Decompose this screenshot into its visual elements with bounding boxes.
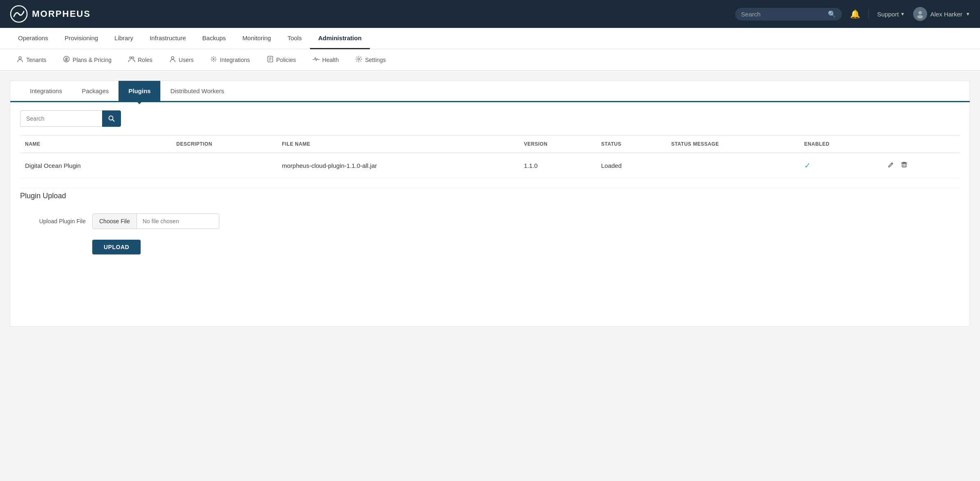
cell-description	[171, 153, 277, 178]
search-button-icon	[108, 115, 115, 122]
integrations-icon	[210, 55, 217, 64]
svg-line-13	[212, 57, 213, 58]
tenants-icon	[16, 55, 24, 64]
plugins-table: NAME DESCRIPTION FILE NAME VERSION STATU…	[20, 135, 960, 178]
enabled-check-icon: ✓	[804, 161, 811, 170]
subnav-item-integrations[interactable]: Integrations	[203, 50, 256, 70]
col-header-status-message: STATUS MESSAGE	[666, 135, 799, 153]
nav-item-tools[interactable]: Tools	[279, 28, 310, 49]
subnav-item-settings[interactable]: Settings	[349, 50, 392, 70]
cell-status-message	[666, 153, 799, 178]
support-button[interactable]: Support ▼	[877, 11, 905, 18]
top-nav: MORPHEUS 🔍 🔔 Support ▼ Alex Harker ▼	[0, 0, 980, 28]
plugins-search-area	[10, 102, 970, 135]
svg-point-5	[130, 57, 132, 59]
subnav-item-roles[interactable]: Roles	[121, 50, 159, 70]
cell-name: Digital Ocean Plugin	[20, 153, 171, 178]
plugins-search-button[interactable]	[102, 110, 121, 127]
brand-name: MORPHEUS	[32, 9, 91, 19]
nav-item-library[interactable]: Library	[106, 28, 141, 49]
search-icon: 🔍	[828, 10, 836, 18]
nav-item-operations[interactable]: Operations	[10, 28, 56, 49]
col-header-version: VERSION	[519, 135, 596, 153]
users-icon	[169, 55, 176, 64]
delete-plugin-button[interactable]	[898, 160, 910, 171]
file-name-display: No file chosen	[137, 218, 219, 224]
col-header-actions	[880, 135, 960, 153]
nav-divider	[868, 9, 869, 19]
table-row: Digital Ocean Plugin morpheus-cloud-plug…	[20, 153, 960, 178]
plugins-search-input[interactable]	[20, 110, 102, 127]
policies-icon	[267, 55, 274, 64]
plugin-upload-section: Plugin Upload Upload Plugin File Choose …	[10, 178, 970, 264]
notifications-bell-icon[interactable]: 🔔	[850, 9, 860, 19]
cell-actions	[880, 153, 960, 178]
svg-point-6	[132, 57, 134, 59]
health-icon	[312, 55, 320, 64]
tab-packages[interactable]: Packages	[72, 81, 119, 101]
cell-enabled: ✓	[799, 153, 880, 178]
svg-point-7	[171, 57, 174, 59]
morpheus-logo-icon	[10, 5, 28, 23]
roles-icon	[128, 55, 135, 64]
tab-bar: Integrations Packages Plugins Distribute…	[10, 81, 970, 102]
settings-icon	[355, 55, 362, 64]
cell-status: Loaded	[596, 153, 666, 178]
plugins-table-wrapper: NAME DESCRIPTION FILE NAME VERSION STATU…	[10, 135, 970, 178]
nav-item-monitoring[interactable]: Monitoring	[234, 28, 279, 49]
main-nav: Operations Provisioning Library Infrastr…	[0, 28, 980, 49]
tab-distributed-workers[interactable]: Distributed Workers	[160, 81, 234, 101]
col-header-name: NAME	[20, 135, 171, 153]
subnav-item-users[interactable]: Users	[162, 50, 201, 70]
col-header-enabled: ENABLED	[799, 135, 880, 153]
avatar	[913, 7, 927, 21]
nav-item-provisioning[interactable]: Provisioning	[56, 28, 106, 49]
nav-item-administration[interactable]: Administration	[310, 28, 370, 49]
user-menu-button[interactable]: Alex Harker ▼	[913, 7, 970, 21]
cell-version: 1.1.0	[519, 153, 596, 178]
col-header-status: STATUS	[596, 135, 666, 153]
subnav-item-health[interactable]: Health	[306, 50, 345, 70]
table-header-row: NAME DESCRIPTION FILE NAME VERSION STATU…	[20, 135, 960, 153]
edit-plugin-button[interactable]	[885, 160, 897, 171]
logo-area: MORPHEUS	[10, 5, 91, 23]
svg-rect-24	[902, 163, 906, 167]
svg-point-21	[358, 58, 360, 60]
svg-point-3	[19, 57, 21, 59]
file-input-wrapper: Choose File No file chosen	[92, 213, 219, 229]
cell-filename: morpheus-cloud-plugin-1.1.0-all.jar	[277, 153, 519, 178]
svg-line-14	[215, 60, 216, 61]
nav-item-infrastructure[interactable]: Infrastructure	[141, 28, 194, 49]
plans-pricing-icon	[63, 55, 70, 64]
col-header-filename: FILE NAME	[277, 135, 519, 153]
nav-item-backups[interactable]: Backups	[194, 28, 234, 49]
subnav-item-tenants[interactable]: Tenants	[10, 50, 53, 70]
svg-line-23	[113, 120, 114, 121]
global-search-bar: 🔍	[735, 8, 842, 21]
sub-nav: Tenants Plans & Pricing Roles Users	[0, 49, 980, 71]
svg-point-2	[917, 15, 923, 18]
svg-line-16	[212, 60, 213, 61]
svg-line-15	[215, 57, 216, 58]
upload-button[interactable]: UPLOAD	[92, 240, 141, 254]
choose-file-button[interactable]: Choose File	[93, 213, 137, 229]
upload-field-label: Upload Plugin File	[20, 218, 86, 224]
col-header-description: DESCRIPTION	[171, 135, 277, 153]
tab-integrations[interactable]: Integrations	[20, 81, 72, 101]
support-chevron-icon: ▼	[900, 11, 905, 16]
content-area: Integrations Packages Plugins Distribute…	[10, 80, 970, 327]
svg-point-1	[918, 11, 922, 14]
top-nav-right: 🔍 🔔 Support ▼ Alex Harker ▼	[735, 7, 970, 21]
user-chevron-icon: ▼	[966, 11, 970, 16]
upload-section-title: Plugin Upload	[20, 188, 960, 200]
subnav-item-plans-pricing[interactable]: Plans & Pricing	[56, 50, 118, 70]
global-search-input[interactable]	[741, 11, 825, 18]
tab-plugins[interactable]: Plugins	[119, 81, 160, 101]
upload-row: Upload Plugin File Choose File No file c…	[20, 207, 960, 236]
svg-point-8	[213, 58, 214, 60]
subnav-item-policies[interactable]: Policies	[260, 50, 303, 70]
